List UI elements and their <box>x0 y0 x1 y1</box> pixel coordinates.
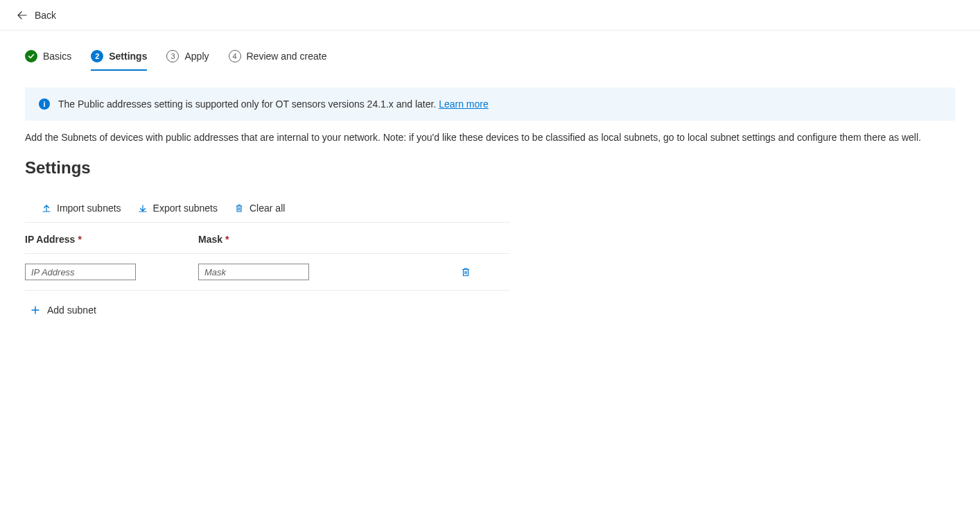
trash-icon <box>234 203 244 213</box>
export-subnets-button[interactable]: Export subnets <box>138 203 218 214</box>
ip-address-input[interactable] <box>25 264 136 280</box>
back-label: Back <box>35 10 56 21</box>
tab-settings[interactable]: 2 Settings <box>91 50 147 71</box>
clear-all-button[interactable]: Clear all <box>234 203 285 214</box>
info-banner: i The Public addresses setting is suppor… <box>25 87 955 121</box>
table-header-row: IP Address* Mask* <box>25 223 510 254</box>
download-icon <box>138 203 148 213</box>
add-subnet-button[interactable]: Add subnet <box>25 300 102 320</box>
info-banner-text: The Public addresses setting is supporte… <box>58 99 489 110</box>
plus-icon <box>30 305 40 315</box>
info-icon: i <box>39 99 50 110</box>
column-header-mask: Mask* <box>198 234 406 245</box>
mask-input[interactable] <box>198 264 309 280</box>
clear-all-label: Clear all <box>250 203 285 214</box>
import-subnets-label: Import subnets <box>57 203 121 214</box>
back-button[interactable]: Back <box>0 0 980 31</box>
required-marker: * <box>225 234 229 245</box>
info-banner-message: The Public addresses setting is supporte… <box>58 99 439 110</box>
description-text: Add the Subnets of devices with public a… <box>25 132 955 143</box>
tab-settings-label: Settings <box>109 51 147 62</box>
tab-review-label: Review and create <box>247 51 327 62</box>
column-header-ip: IP Address* <box>25 234 198 245</box>
add-subnet-label: Add subnet <box>47 305 96 316</box>
subnet-table: IP Address* Mask* <box>25 223 510 291</box>
table-row <box>25 254 510 291</box>
step-number-icon: 4 <box>229 50 241 62</box>
import-subnets-button[interactable]: Import subnets <box>42 203 121 214</box>
subnet-toolbar: Import subnets Export subnets Clear all <box>25 203 510 223</box>
export-subnets-label: Export subnets <box>153 203 218 214</box>
section-title: Settings <box>25 158 955 178</box>
tab-apply-label: Apply <box>184 51 209 62</box>
learn-more-link[interactable]: Learn more <box>439 99 489 110</box>
step-number-icon: 3 <box>166 50 179 62</box>
checkmark-icon <box>25 50 37 62</box>
step-number-icon: 2 <box>91 50 103 62</box>
arrow-left-icon <box>17 10 28 21</box>
required-marker: * <box>78 234 81 245</box>
tab-basics-label: Basics <box>43 51 71 62</box>
delete-row-button[interactable] <box>460 266 471 277</box>
wizard-tabs: Basics 2 Settings 3 Apply 4 Review and c… <box>0 31 980 71</box>
upload-icon <box>42 203 51 213</box>
tab-apply[interactable]: 3 Apply <box>166 50 209 71</box>
tab-basics[interactable]: Basics <box>25 50 71 71</box>
column-header-ip-label: IP Address <box>25 234 75 245</box>
column-header-mask-label: Mask <box>198 234 222 245</box>
tab-review[interactable]: 4 Review and create <box>229 50 327 71</box>
